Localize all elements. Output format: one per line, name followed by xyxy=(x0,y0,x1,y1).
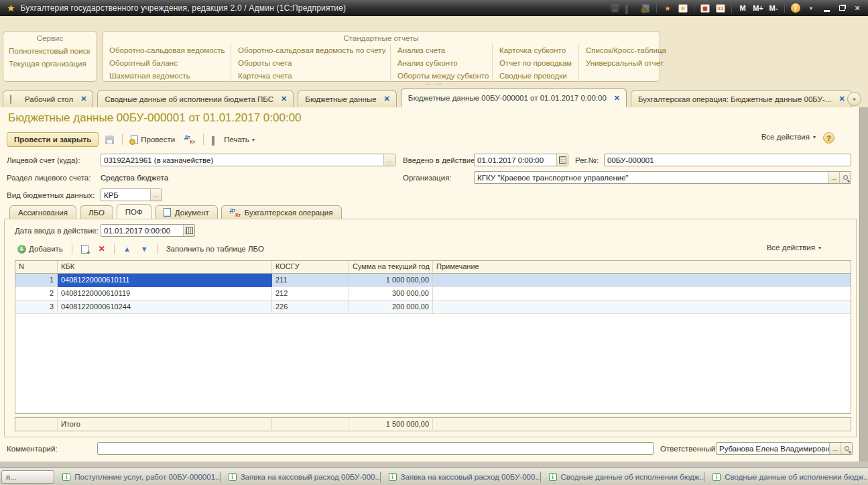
report-link[interactable]: Карточка счета xyxy=(238,70,383,83)
taskbar-item[interactable]: i Заявка на кассовый расход 00БУ-000... xyxy=(221,473,380,481)
copy-row-button[interactable] xyxy=(78,241,91,256)
report-link[interactable]: Оборотно-сальдовая ведомость по счету xyxy=(238,44,383,57)
budget-data-kind-field[interactable]: КРБ ... xyxy=(101,188,162,201)
move-down-button[interactable]: ▼ xyxy=(138,241,151,256)
choose-icon[interactable]: ... xyxy=(150,189,162,201)
taskbar-item[interactable]: i Сводные данные об исполнении бюдж... xyxy=(541,473,704,481)
account-field[interactable]: 03192А21961 (в казначействе) ... xyxy=(101,154,395,166)
tab-assignments[interactable]: Ассигнования xyxy=(9,205,76,219)
search-icon[interactable] xyxy=(839,172,851,183)
save-icon[interactable] xyxy=(608,2,621,14)
report-link[interactable]: Универсальный отчет xyxy=(586,57,666,70)
table-body: 1 04081220000610111 211 1 000 000,00 2 0… xyxy=(15,274,851,414)
reports-column-3: Анализ счета Анализ субконто Обороты меж… xyxy=(391,44,493,83)
post-button[interactable]: Провести xyxy=(128,132,178,147)
add-favorite-icon[interactable]: ★ xyxy=(661,2,674,14)
table-row[interactable]: 1 04081220000610111 211 1 000 000,00 xyxy=(15,274,851,287)
tab-close-icon[interactable]: ✕ xyxy=(384,95,390,103)
link-fulltext-search[interactable]: Полнотекстовый поиск xyxy=(9,45,91,58)
choose-icon[interactable]: ... xyxy=(829,443,841,454)
help-button[interactable]: ? xyxy=(823,132,834,144)
table-total-row: Итого 1 500 000,00 xyxy=(15,417,851,431)
calendar-picker-icon[interactable] xyxy=(183,225,194,236)
tab-desktop[interactable]: Рабочий стол ✕ xyxy=(3,90,93,107)
report-link[interactable]: Оборотно-сальдовая ведомость xyxy=(109,44,224,57)
print-button[interactable]: Печать ▾ xyxy=(209,132,257,147)
post-and-close-button[interactable]: Провести и закрыть xyxy=(7,132,99,147)
close-button[interactable]: ✕ xyxy=(851,2,864,14)
report-link[interactable]: Анализ субконто xyxy=(397,57,485,70)
regno-field[interactable]: 00БУ-000001 xyxy=(604,154,851,166)
tab-pof[interactable]: ПОФ xyxy=(117,204,151,219)
preview-icon[interactable] xyxy=(639,2,652,14)
tab-lbo[interactable]: ЛБО xyxy=(80,205,113,219)
table-all-actions-button[interactable]: Все действия▾ xyxy=(767,244,821,252)
info-icon: i xyxy=(389,473,397,481)
report-link[interactable]: Оборотный баланс xyxy=(109,57,224,70)
print-icon[interactable] xyxy=(623,2,637,14)
taskbar-item[interactable]: i Сводные данные об исполнении бюдж... xyxy=(704,473,868,481)
report-link[interactable]: Обороты счета xyxy=(238,57,383,70)
taskbar-overflow-button[interactable]: я... xyxy=(1,470,54,484)
choose-icon[interactable]: ... xyxy=(383,154,395,166)
add-row-button[interactable]: + Добавить xyxy=(15,241,66,256)
comment-field[interactable] xyxy=(97,442,654,455)
fill-from-lbo-button[interactable]: Заполнить по таблице ЛБО xyxy=(164,241,267,256)
tab-summary-budget-pbs[interactable]: Сводные данные об исполнении бюджета ПБС… xyxy=(97,90,294,107)
info-dropdown-icon[interactable]: ▾ xyxy=(804,2,818,14)
selected-cell[interactable]: 04081220000610111 xyxy=(58,274,272,287)
report-link[interactable]: Список/Кросс-таблица xyxy=(586,44,666,57)
tab-overflow-button[interactable]: ▾ xyxy=(847,92,861,106)
memory-recall-button[interactable]: M xyxy=(736,2,749,14)
col-header-kosgu[interactable]: КОСГУ xyxy=(272,261,349,273)
tab-close-icon[interactable]: ✕ xyxy=(80,95,86,103)
col-header-kbk[interactable]: КБК xyxy=(58,261,272,273)
delete-row-button[interactable]: ✕ xyxy=(96,241,108,256)
responsible-field[interactable]: Рубанова Елена Владимировна ... xyxy=(716,442,853,455)
col-header-sum[interactable]: Сумма на текущий год xyxy=(349,261,433,273)
report-link[interactable]: Сводные проводки xyxy=(499,70,572,83)
dtkt-icon: ДтКт xyxy=(230,208,241,217)
calendar-picker-icon[interactable] xyxy=(556,154,568,166)
minimize-button[interactable] xyxy=(820,2,833,14)
report-link[interactable]: Шахматная ведомость xyxy=(109,70,224,83)
calendar-icon[interactable]: 31 xyxy=(714,2,727,14)
favorites-list-icon[interactable]: ★ xyxy=(676,2,690,14)
taskbar-item[interactable]: i Поступление услуг, работ 00БУ-000001..… xyxy=(54,473,219,481)
restore-button[interactable] xyxy=(835,2,849,14)
save-button[interactable] xyxy=(103,132,117,147)
memory-subtract-button[interactable]: M- xyxy=(767,2,780,14)
dtkt-button[interactable]: ДтКт xyxy=(182,132,198,147)
search-icon[interactable] xyxy=(841,443,852,454)
report-link[interactable]: Анализ счета xyxy=(397,44,485,57)
memory-add-button[interactable]: M+ xyxy=(751,2,765,14)
report-link[interactable]: Отчет по проводкам xyxy=(499,57,572,70)
all-actions-button[interactable]: Все действия▾ xyxy=(761,133,816,141)
tab-budget-data-document[interactable]: Бюджетные данные 00БУ-000001 от 01.01.20… xyxy=(401,88,627,107)
move-up-button[interactable]: ▲ xyxy=(121,241,133,256)
tab-budget-data-list[interactable]: Бюджетные данные ✕ xyxy=(298,90,397,107)
taskbar-item[interactable]: i Заявка на кассовый расход 00БУ-000... xyxy=(381,473,540,481)
tab-accounting-op[interactable]: ДтКт Бухгалтерская операция xyxy=(221,205,342,219)
tab-document[interactable]: Документ xyxy=(155,205,218,219)
tab-close-icon[interactable]: ✕ xyxy=(281,95,287,103)
col-header-note[interactable]: Примечание xyxy=(433,261,851,273)
table-row[interactable]: 3 04081220000610244 226 200 000,00 xyxy=(15,301,851,314)
tab-close-icon[interactable]: ✕ xyxy=(614,94,620,103)
table-row[interactable]: 2 04081220000610119 212 300 000,00 xyxy=(15,287,851,301)
organization-field[interactable]: КГКУ "Краевое транспортное управление" .… xyxy=(474,171,851,184)
titlebar-toolbar: ★ ★ ▦ 31 M M+ M- i ▾ ✕ xyxy=(608,2,868,14)
standard-reports-panel: Стандартные отчеты Оборотно-сальдовая ве… xyxy=(102,31,660,82)
panel-splitter[interactable]: ⋯ ⋯ xyxy=(0,82,868,88)
favorites-star-icon[interactable]: ★ xyxy=(7,3,15,13)
effective-date-field[interactable]: 01.01.2017 0:00:00 xyxy=(474,154,568,166)
tab-close-icon[interactable]: ✕ xyxy=(839,95,845,103)
col-header-n[interactable]: N xyxy=(15,261,58,273)
info-icon[interactable]: i xyxy=(789,2,802,14)
link-current-organization[interactable]: Текущая организация xyxy=(9,58,91,70)
choose-icon[interactable]: ... xyxy=(828,172,839,183)
calculator-icon[interactable]: ▦ xyxy=(698,2,712,14)
report-link[interactable]: Карточка субконто xyxy=(499,44,572,57)
tab-accounting-operation[interactable]: Бухгалтерская операция: Бюджетные данные… xyxy=(631,90,852,107)
entry-date-field[interactable]: 01.01.2017 0:00:00 xyxy=(101,224,195,237)
